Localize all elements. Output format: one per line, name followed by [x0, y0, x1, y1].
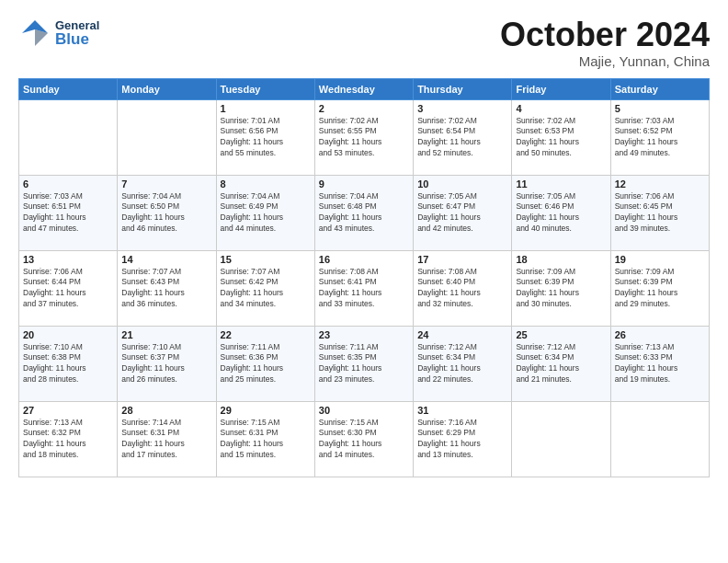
day-number: 21	[121, 329, 211, 340]
day-number: 6	[23, 178, 113, 190]
calendar-week-5: 27Sunrise: 7:13 AMSunset: 6:32 PMDayligh…	[19, 401, 710, 477]
day-info: Sunrise: 7:07 AMSunset: 6:43 PMDaylight:…	[121, 267, 211, 311]
calendar-week-4: 20Sunrise: 7:10 AMSunset: 6:38 PMDayligh…	[19, 326, 710, 401]
day-number: 14	[121, 254, 211, 265]
day-info: Sunrise: 7:08 AMSunset: 6:40 PMDaylight:…	[417, 267, 507, 311]
logo-blue-text: Blue	[55, 31, 99, 47]
table-row: 9Sunrise: 7:04 AMSunset: 6:48 PMDaylight…	[314, 175, 413, 250]
day-number: 8	[221, 178, 311, 190]
table-row: 5Sunrise: 7:03 AMSunset: 6:52 PMDaylight…	[610, 99, 709, 175]
day-number: 20	[23, 329, 113, 340]
day-number: 1	[221, 103, 311, 114]
table-row: 15Sunrise: 7:07 AMSunset: 6:42 PMDayligh…	[216, 250, 314, 326]
day-info: Sunrise: 7:13 AMSunset: 6:33 PMDaylight:…	[615, 342, 705, 386]
table-row: 4Sunrise: 7:02 AMSunset: 6:53 PMDaylight…	[512, 99, 610, 175]
calendar-week-2: 6Sunrise: 7:03 AMSunset: 6:51 PMDaylight…	[19, 175, 710, 250]
table-row	[512, 401, 610, 477]
day-info: Sunrise: 7:06 AMSunset: 6:45 PMDaylight:…	[615, 191, 705, 236]
logo-icon	[18, 17, 51, 50]
table-row: 8Sunrise: 7:04 AMSunset: 6:49 PMDaylight…	[216, 175, 314, 250]
logo-name: General Blue	[55, 19, 99, 47]
table-row: 27Sunrise: 7:13 AMSunset: 6:32 PMDayligh…	[19, 401, 118, 477]
day-number: 4	[516, 103, 606, 114]
col-tuesday: Tuesday	[216, 78, 314, 99]
col-sunday: Sunday	[19, 78, 118, 99]
day-number: 2	[319, 103, 409, 114]
table-row: 21Sunrise: 7:10 AMSunset: 6:37 PMDayligh…	[118, 326, 216, 401]
day-info: Sunrise: 7:01 AMSunset: 6:56 PMDaylight:…	[221, 116, 311, 160]
col-wednesday: Wednesday	[314, 78, 413, 99]
table-row: 26Sunrise: 7:13 AMSunset: 6:33 PMDayligh…	[610, 326, 709, 401]
day-info: Sunrise: 7:07 AMSunset: 6:42 PMDaylight:…	[221, 267, 311, 311]
day-number: 10	[417, 178, 507, 190]
table-row: 3Sunrise: 7:02 AMSunset: 6:54 PMDaylight…	[414, 99, 512, 175]
day-number: 3	[417, 103, 507, 114]
day-info: Sunrise: 7:13 AMSunset: 6:32 PMDaylight:…	[23, 418, 113, 462]
title-block: October 2024 Majie, Yunnan, China	[500, 17, 710, 69]
month-title: October 2024	[500, 17, 710, 53]
table-row: 28Sunrise: 7:14 AMSunset: 6:31 PMDayligh…	[118, 401, 216, 477]
table-row	[19, 99, 118, 175]
day-number: 31	[417, 405, 507, 416]
day-info: Sunrise: 7:11 AMSunset: 6:36 PMDaylight:…	[221, 342, 311, 386]
day-number: 26	[615, 329, 705, 340]
header: General Blue October 2024 Majie, Yunnan,…	[18, 17, 710, 69]
day-number: 24	[417, 329, 507, 340]
day-info: Sunrise: 7:12 AMSunset: 6:34 PMDaylight:…	[516, 342, 606, 386]
day-number: 15	[221, 254, 311, 265]
day-number: 7	[121, 178, 211, 190]
day-number: 29	[221, 405, 311, 416]
day-number: 30	[319, 405, 409, 416]
table-row: 14Sunrise: 7:07 AMSunset: 6:43 PMDayligh…	[118, 250, 216, 326]
location: Majie, Yunnan, China	[500, 53, 710, 69]
day-number: 5	[615, 103, 705, 114]
day-info: Sunrise: 7:06 AMSunset: 6:44 PMDaylight:…	[23, 267, 113, 311]
day-number: 22	[221, 329, 311, 340]
calendar-header-row: Sunday Monday Tuesday Wednesday Thursday…	[19, 78, 710, 99]
table-row: 25Sunrise: 7:12 AMSunset: 6:34 PMDayligh…	[512, 326, 610, 401]
day-info: Sunrise: 7:15 AMSunset: 6:30 PMDaylight:…	[319, 418, 409, 462]
day-number: 19	[615, 254, 705, 265]
table-row: 1Sunrise: 7:01 AMSunset: 6:56 PMDaylight…	[216, 99, 314, 175]
table-row: 10Sunrise: 7:05 AMSunset: 6:47 PMDayligh…	[414, 175, 512, 250]
table-row: 31Sunrise: 7:16 AMSunset: 6:29 PMDayligh…	[414, 401, 512, 477]
day-info: Sunrise: 7:05 AMSunset: 6:47 PMDaylight:…	[417, 191, 507, 236]
day-info: Sunrise: 7:08 AMSunset: 6:41 PMDaylight:…	[319, 267, 409, 311]
calendar-week-3: 13Sunrise: 7:06 AMSunset: 6:44 PMDayligh…	[19, 250, 710, 326]
table-row	[118, 99, 216, 175]
calendar: Sunday Monday Tuesday Wednesday Thursday…	[18, 78, 710, 477]
day-info: Sunrise: 7:09 AMSunset: 6:39 PMDaylight:…	[615, 267, 705, 311]
day-info: Sunrise: 7:03 AMSunset: 6:51 PMDaylight:…	[23, 191, 113, 236]
table-row: 20Sunrise: 7:10 AMSunset: 6:38 PMDayligh…	[19, 326, 118, 401]
col-monday: Monday	[118, 78, 216, 99]
table-row: 11Sunrise: 7:05 AMSunset: 6:46 PMDayligh…	[512, 175, 610, 250]
table-row: 30Sunrise: 7:15 AMSunset: 6:30 PMDayligh…	[314, 401, 413, 477]
day-info: Sunrise: 7:02 AMSunset: 6:53 PMDaylight:…	[516, 116, 606, 160]
page: General Blue October 2024 Majie, Yunnan,…	[0, 0, 728, 563]
day-number: 9	[319, 178, 409, 190]
table-row: 7Sunrise: 7:04 AMSunset: 6:50 PMDaylight…	[118, 175, 216, 250]
day-number: 13	[23, 254, 113, 265]
table-row: 13Sunrise: 7:06 AMSunset: 6:44 PMDayligh…	[19, 250, 118, 326]
table-row: 18Sunrise: 7:09 AMSunset: 6:39 PMDayligh…	[512, 250, 610, 326]
day-info: Sunrise: 7:14 AMSunset: 6:31 PMDaylight:…	[121, 418, 211, 462]
logo: General Blue	[18, 17, 99, 50]
day-info: Sunrise: 7:11 AMSunset: 6:35 PMDaylight:…	[319, 342, 409, 386]
day-info: Sunrise: 7:12 AMSunset: 6:34 PMDaylight:…	[417, 342, 507, 386]
calendar-week-1: 1Sunrise: 7:01 AMSunset: 6:56 PMDaylight…	[19, 99, 710, 175]
day-info: Sunrise: 7:02 AMSunset: 6:55 PMDaylight:…	[319, 116, 409, 160]
day-info: Sunrise: 7:02 AMSunset: 6:54 PMDaylight:…	[417, 116, 507, 160]
day-info: Sunrise: 7:04 AMSunset: 6:50 PMDaylight:…	[121, 191, 211, 236]
day-info: Sunrise: 7:10 AMSunset: 6:37 PMDaylight:…	[121, 342, 211, 386]
col-thursday: Thursday	[414, 78, 512, 99]
day-number: 12	[615, 178, 705, 190]
day-info: Sunrise: 7:10 AMSunset: 6:38 PMDaylight:…	[23, 342, 113, 386]
day-info: Sunrise: 7:04 AMSunset: 6:49 PMDaylight:…	[221, 191, 311, 236]
day-info: Sunrise: 7:09 AMSunset: 6:39 PMDaylight:…	[516, 267, 606, 311]
day-info: Sunrise: 7:15 AMSunset: 6:31 PMDaylight:…	[221, 418, 311, 462]
table-row: 17Sunrise: 7:08 AMSunset: 6:40 PMDayligh…	[414, 250, 512, 326]
table-row: 24Sunrise: 7:12 AMSunset: 6:34 PMDayligh…	[414, 326, 512, 401]
col-saturday: Saturday	[610, 78, 709, 99]
day-number: 18	[516, 254, 606, 265]
table-row	[610, 401, 709, 477]
